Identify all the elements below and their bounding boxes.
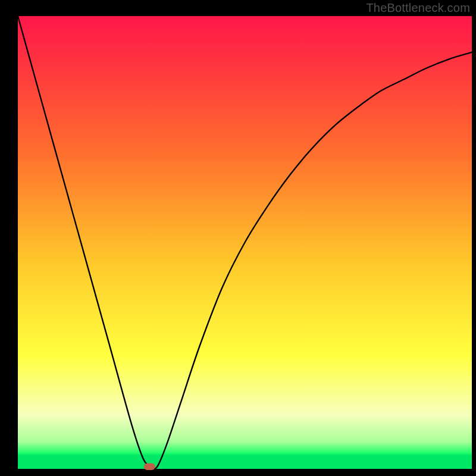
chart-frame: TheBottleneck.com bbox=[0, 0, 476, 476]
watermark-text: TheBottleneck.com bbox=[366, 1, 470, 15]
chart-canvas bbox=[0, 0, 476, 476]
optimum-marker bbox=[144, 463, 155, 469]
